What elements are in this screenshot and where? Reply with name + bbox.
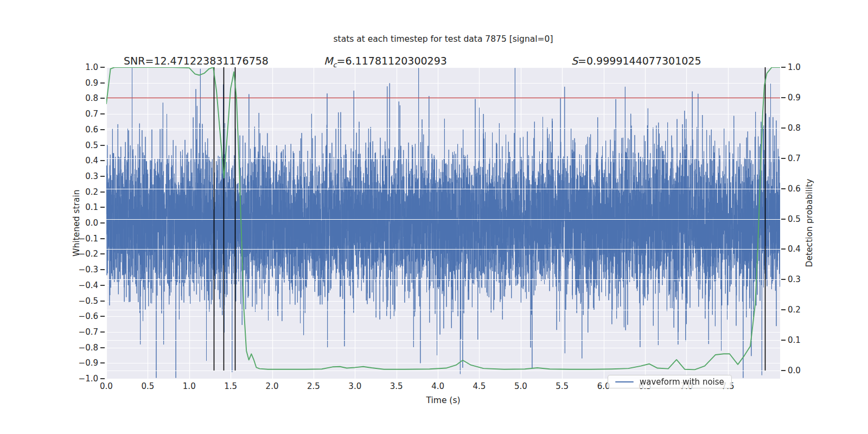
y-tick-left: 0.9 (55, 78, 98, 88)
y-tick-left-mark (100, 316, 105, 317)
annotation-mc-symbol: M (324, 55, 333, 67)
y-tick-left-mark (100, 192, 105, 193)
y-tick-right: 0.0 (788, 365, 831, 376)
y-tick-left: 0.6 (55, 124, 98, 135)
y-tick-left: −0.9 (55, 358, 98, 368)
y-tick-right-mark (781, 219, 786, 220)
x-tick: 2.5 (296, 381, 331, 391)
y-tick-right: 0.1 (788, 335, 831, 346)
x-tick: 5.5 (545, 381, 579, 391)
y-tick-right-mark (781, 188, 786, 189)
annotation-s-symbol: S (571, 55, 578, 67)
x-tick: 4.5 (462, 381, 496, 391)
y-tick-right: 1.0 (788, 62, 831, 73)
legend-waveform-label: waveform with noise (640, 377, 724, 387)
y-tick-left: 0.5 (55, 140, 98, 151)
y-tick-left: −0.6 (55, 311, 98, 322)
y-tick-right: 0.7 (788, 153, 831, 164)
y-tick-left-mark (100, 98, 105, 99)
y-tick-right: 0.3 (788, 274, 831, 285)
y-tick-right: 0.9 (788, 92, 831, 103)
y-tick-right-mark (781, 158, 786, 159)
x-tick: 1.0 (172, 381, 207, 391)
y-tick-left: −0.7 (55, 327, 98, 337)
y-tick-right: 0.2 (788, 304, 831, 315)
chart-title: stats at each timestep for test data 787… (106, 34, 780, 44)
y-tick-right-mark (781, 248, 786, 250)
x-axis-label: Time (s) (426, 395, 460, 405)
x-tick: 0.0 (89, 381, 124, 391)
y-tick-left: −0.4 (55, 280, 98, 291)
y-tick-left-mark (100, 331, 105, 333)
plot-area (106, 67, 780, 379)
x-tick: 4.0 (420, 381, 455, 391)
y-tick-left-mark (100, 82, 105, 84)
annotation-statistic: S=0.9999144077301025 (571, 55, 701, 67)
x-tick: 0.5 (130, 381, 165, 391)
y-tick-left-mark (100, 269, 105, 270)
y-tick-right-mark (781, 340, 786, 341)
x-tick: 2.0 (255, 381, 290, 391)
y-tick-left-mark (100, 253, 105, 254)
y-axis-label-left: Whitened strain (72, 189, 81, 256)
x-tick: 1.5 (213, 381, 248, 391)
x-tick: 3.0 (337, 381, 372, 391)
y-tick-left-mark (100, 160, 105, 161)
y-tick-right-mark (781, 127, 786, 129)
y-tick-left: 1.0 (55, 62, 98, 73)
legend: waveform with noise (608, 375, 732, 388)
y-tick-left: 0.7 (55, 108, 98, 119)
legend-waveform-line-icon (615, 381, 634, 382)
y-axis-label-right: Detection probability (805, 179, 814, 267)
y-tick-left-mark (100, 347, 105, 348)
y-tick-left-mark (100, 378, 105, 379)
y-tick-right-mark (781, 279, 786, 280)
y-tick-left-mark (100, 145, 105, 146)
x-tick: 3.5 (379, 381, 414, 391)
y-tick-right: 0.8 (788, 123, 831, 133)
y-tick-right-mark (781, 97, 786, 98)
y-tick-left-mark (100, 67, 105, 68)
y-tick-left-mark (100, 362, 105, 363)
y-tick-left: 0.4 (55, 155, 98, 166)
y-tick-left-mark (100, 238, 105, 239)
y-tick-left-mark (100, 129, 105, 130)
y-tick-left-mark (100, 176, 105, 177)
annotation-mc-value: =6.11781120300293 (337, 55, 447, 67)
y-tick-left-mark (100, 285, 105, 286)
y-tick-right-mark (781, 370, 786, 371)
y-tick-left: 0.8 (55, 93, 98, 104)
y-tick-right-mark (781, 309, 786, 310)
y-tick-left: −0.3 (55, 264, 98, 275)
x-tick: 5.0 (503, 381, 538, 391)
y-tick-right-mark (781, 67, 786, 68)
annotation-chirp-mass: Mc=6.11781120300293 (324, 55, 447, 69)
y-tick-left: 0.3 (55, 171, 98, 182)
annotation-s-value: =0.9999144077301025 (578, 55, 701, 67)
y-tick-left-mark (100, 301, 105, 302)
y-tick-left-mark (100, 113, 105, 114)
y-tick-left: −0.5 (55, 296, 98, 307)
annotation-snr: SNR=12.471223831176758 (124, 55, 269, 67)
y-tick-left-mark (100, 207, 105, 208)
annotation-snr-text: SNR=12.471223831176758 (124, 55, 269, 67)
figure: stats at each timestep for test data 787… (0, 0, 868, 434)
y-tick-left: −0.8 (55, 342, 98, 353)
y-tick-left-mark (100, 222, 105, 224)
